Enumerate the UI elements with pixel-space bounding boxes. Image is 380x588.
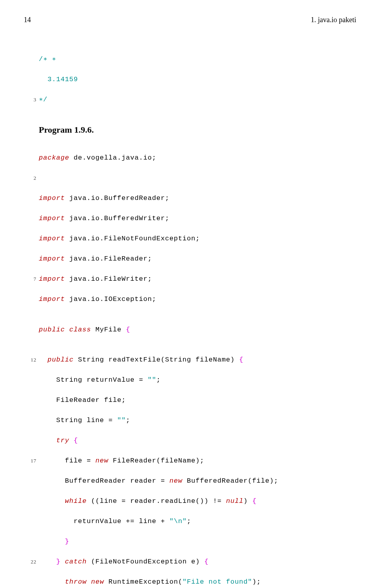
line-number: 3 — [24, 95, 39, 105]
line-number: 17 — [24, 456, 39, 466]
code-line: public String readTextFile(String fileNa… — [39, 355, 356, 365]
code-line: } — [39, 537, 356, 547]
code-line: import java.io.IOException; — [39, 294, 356, 304]
code-line: package de.vogella.java.io; — [39, 153, 356, 163]
code-line: import java.io.BufferedReader; — [39, 193, 356, 204]
code-snippet-2: package de.vogella.java.io; 2 import jav… — [24, 143, 356, 588]
code-line: import java.io.FileWriter; — [39, 274, 356, 284]
line-number: 12 — [24, 355, 39, 365]
code-line: String line = ""; — [39, 415, 356, 426]
code-line: } catch (FileNotFoundException e) { — [39, 557, 356, 567]
header-section-title: 1. java.io paketi — [311, 16, 356, 24]
code-line: import java.io.FileReader; — [39, 254, 356, 264]
code-line: ∗/ — [39, 95, 356, 105]
code-line: while ((line = reader.readLine()) != nul… — [39, 496, 356, 506]
code-snippet-1: /∗ ∗ 3.14159 3∗/ — [24, 44, 356, 115]
line-number: 2 — [24, 173, 39, 183]
code-line — [39, 173, 356, 183]
line-number: 7 — [24, 274, 39, 284]
code-line: file = new FileReader(fileName); — [39, 456, 356, 466]
header-page-number: 14 — [24, 16, 31, 24]
code-line: BufferedReader reader = new BufferedRead… — [39, 476, 356, 486]
program-heading: Program 1.9.6. — [39, 125, 356, 135]
code-line: String returnValue = ""; — [39, 375, 356, 385]
code-line: import java.io.BufferedWriter; — [39, 213, 356, 224]
line-number: 22 — [24, 557, 39, 567]
code-line: returnValue += line + "\n"; — [39, 516, 356, 527]
code-line: FileReader file; — [39, 395, 356, 405]
code-line: import java.io.FileNotFoundException; — [39, 234, 356, 244]
page-header: 14 1. java.io paketi — [24, 16, 356, 24]
code-line: try { — [39, 436, 356, 446]
code-line: throw new RuntimeException("File not fou… — [39, 577, 356, 587]
code-line: 3.14159 — [39, 74, 356, 85]
code-line: public class MyFile { — [39, 325, 356, 335]
code-line: /∗ ∗ — [39, 54, 356, 65]
